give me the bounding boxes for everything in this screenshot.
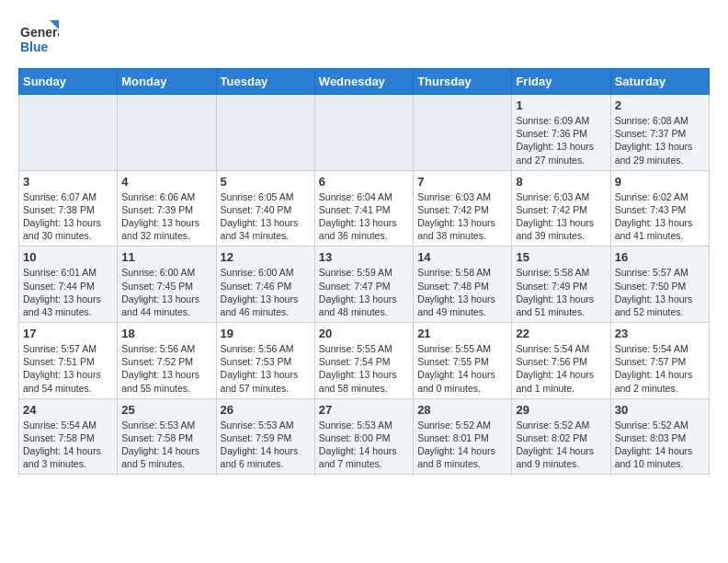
day-number: 12 (221, 250, 311, 264)
day-info: Sunrise: 5:55 AM Sunset: 7:54 PM Dayligh… (319, 342, 409, 395)
day-number: 4 (121, 175, 211, 189)
day-number: 17 (23, 327, 113, 340)
day-info: Sunrise: 6:07 AM Sunset: 7:38 PM Dayligh… (23, 190, 113, 243)
day-info: Sunrise: 6:02 AM Sunset: 7:43 PM Dayligh… (615, 190, 705, 243)
day-number: 10 (23, 250, 113, 264)
day-number: 23 (615, 327, 705, 340)
svg-text:General: General (20, 25, 59, 40)
calendar-cell: 25Sunrise: 5:53 AM Sunset: 7:58 PM Dayli… (118, 398, 216, 475)
calendar-cell (19, 95, 118, 171)
week-row-4: 17Sunrise: 5:57 AM Sunset: 7:51 PM Dayli… (19, 323, 710, 399)
day-info: Sunrise: 6:05 AM Sunset: 7:40 PM Dayligh… (221, 190, 311, 243)
day-info: Sunrise: 5:52 AM Sunset: 8:03 PM Dayligh… (615, 419, 705, 471)
day-header-thursday: Thursday (414, 69, 512, 95)
day-info: Sunrise: 6:00 AM Sunset: 7:45 PM Dayligh… (121, 266, 211, 318)
calendar-cell (414, 95, 512, 171)
day-number: 2 (615, 98, 705, 112)
day-info: Sunrise: 6:03 AM Sunset: 7:42 PM Dayligh… (417, 190, 507, 243)
calendar-cell: 15Sunrise: 5:58 AM Sunset: 7:49 PM Dayli… (512, 247, 610, 323)
calendar-cell: 28Sunrise: 5:52 AM Sunset: 8:01 PM Dayli… (414, 398, 512, 475)
page-header: General Blue (18, 18, 710, 59)
day-number: 1 (516, 98, 606, 112)
day-number: 26 (221, 403, 311, 417)
day-info: Sunrise: 6:01 AM Sunset: 7:44 PM Dayligh… (23, 266, 113, 318)
logo: General Blue (18, 18, 59, 59)
day-header-wednesday: Wednesday (314, 69, 413, 95)
day-number: 19 (221, 327, 311, 340)
day-info: Sunrise: 5:54 AM Sunset: 7:57 PM Dayligh… (615, 342, 705, 395)
calendar-cell: 1Sunrise: 6:09 AM Sunset: 7:36 PM Daylig… (512, 95, 610, 171)
day-header-saturday: Saturday (610, 69, 709, 95)
day-info: Sunrise: 6:08 AM Sunset: 7:37 PM Dayligh… (615, 114, 705, 167)
day-info: Sunrise: 6:00 AM Sunset: 7:46 PM Dayligh… (221, 266, 311, 318)
day-info: Sunrise: 6:03 AM Sunset: 7:42 PM Dayligh… (516, 190, 606, 243)
calendar-cell: 11Sunrise: 6:00 AM Sunset: 7:45 PM Dayli… (118, 247, 216, 323)
week-row-5: 24Sunrise: 5:54 AM Sunset: 7:58 PM Dayli… (19, 398, 710, 475)
week-row-3: 10Sunrise: 6:01 AM Sunset: 7:44 PM Dayli… (19, 247, 710, 323)
day-number: 8 (516, 175, 606, 189)
calendar-cell: 18Sunrise: 5:56 AM Sunset: 7:52 PM Dayli… (118, 323, 216, 399)
day-header-sunday: Sunday (19, 69, 118, 95)
day-number: 7 (417, 175, 507, 189)
day-number: 25 (121, 403, 211, 417)
day-number: 5 (221, 175, 311, 189)
day-number: 22 (516, 327, 606, 340)
calendar-cell: 21Sunrise: 5:55 AM Sunset: 7:55 PM Dayli… (414, 323, 512, 399)
day-number: 3 (23, 175, 113, 189)
day-number: 11 (121, 250, 211, 264)
day-number: 27 (319, 403, 409, 417)
day-header-friday: Friday (512, 69, 610, 95)
calendar-cell: 12Sunrise: 6:00 AM Sunset: 7:46 PM Dayli… (216, 247, 314, 323)
day-number: 28 (417, 403, 507, 417)
calendar-cell: 2Sunrise: 6:08 AM Sunset: 7:37 PM Daylig… (610, 95, 709, 171)
day-info: Sunrise: 5:53 AM Sunset: 8:00 PM Dayligh… (319, 419, 409, 471)
calendar-cell: 13Sunrise: 5:59 AM Sunset: 7:47 PM Dayli… (314, 247, 413, 323)
day-number: 13 (319, 250, 409, 264)
day-info: Sunrise: 5:57 AM Sunset: 7:51 PM Dayligh… (23, 342, 113, 395)
calendar-cell: 3Sunrise: 6:07 AM Sunset: 7:38 PM Daylig… (19, 170, 118, 247)
calendar-cell: 20Sunrise: 5:55 AM Sunset: 7:54 PM Dayli… (314, 323, 413, 399)
calendar-cell: 5Sunrise: 6:05 AM Sunset: 7:40 PM Daylig… (216, 170, 314, 247)
day-info: Sunrise: 6:09 AM Sunset: 7:36 PM Dayligh… (516, 114, 606, 167)
svg-text:Blue: Blue (20, 40, 49, 54)
day-info: Sunrise: 5:58 AM Sunset: 7:49 PM Dayligh… (516, 266, 606, 318)
day-info: Sunrise: 5:53 AM Sunset: 7:58 PM Dayligh… (121, 419, 211, 471)
day-number: 16 (615, 250, 705, 264)
day-info: Sunrise: 5:59 AM Sunset: 7:47 PM Dayligh… (319, 266, 409, 318)
day-info: Sunrise: 5:53 AM Sunset: 7:59 PM Dayligh… (221, 419, 311, 471)
calendar-table: SundayMondayTuesdayWednesdayThursdayFrid… (18, 68, 710, 475)
calendar-cell: 7Sunrise: 6:03 AM Sunset: 7:42 PM Daylig… (414, 170, 512, 247)
day-number: 15 (516, 250, 606, 264)
calendar-cell: 8Sunrise: 6:03 AM Sunset: 7:42 PM Daylig… (512, 170, 610, 247)
logo-svg: General Blue (18, 18, 59, 59)
day-number: 14 (417, 250, 507, 264)
day-number: 24 (23, 403, 113, 417)
day-number: 18 (121, 327, 211, 340)
day-number: 6 (319, 175, 409, 189)
calendar-cell: 6Sunrise: 6:04 AM Sunset: 7:41 PM Daylig… (314, 170, 413, 247)
week-row-2: 3Sunrise: 6:07 AM Sunset: 7:38 PM Daylig… (19, 170, 710, 247)
day-info: Sunrise: 5:55 AM Sunset: 7:55 PM Dayligh… (417, 342, 507, 395)
day-info: Sunrise: 5:57 AM Sunset: 7:50 PM Dayligh… (615, 266, 705, 318)
calendar-cell: 14Sunrise: 5:58 AM Sunset: 7:48 PM Dayli… (414, 247, 512, 323)
calendar-cell: 27Sunrise: 5:53 AM Sunset: 8:00 PM Dayli… (314, 398, 413, 475)
calendar-cell: 17Sunrise: 5:57 AM Sunset: 7:51 PM Dayli… (19, 323, 118, 399)
calendar-cell (314, 95, 413, 171)
calendar-cell: 4Sunrise: 6:06 AM Sunset: 7:39 PM Daylig… (118, 170, 216, 247)
calendar-cell: 16Sunrise: 5:57 AM Sunset: 7:50 PM Dayli… (610, 247, 709, 323)
day-header-tuesday: Tuesday (216, 69, 314, 95)
calendar-cell: 30Sunrise: 5:52 AM Sunset: 8:03 PM Dayli… (610, 398, 709, 475)
day-info: Sunrise: 5:52 AM Sunset: 8:02 PM Dayligh… (516, 419, 606, 471)
calendar-cell (118, 95, 216, 171)
calendar-cell: 9Sunrise: 6:02 AM Sunset: 7:43 PM Daylig… (610, 170, 709, 247)
calendar-cell (216, 95, 314, 171)
calendar-cell: 29Sunrise: 5:52 AM Sunset: 8:02 PM Dayli… (512, 398, 610, 475)
calendar-cell: 19Sunrise: 5:56 AM Sunset: 7:53 PM Dayli… (216, 323, 314, 399)
day-info: Sunrise: 5:52 AM Sunset: 8:01 PM Dayligh… (417, 419, 507, 471)
calendar-cell: 23Sunrise: 5:54 AM Sunset: 7:57 PM Dayli… (610, 323, 709, 399)
day-info: Sunrise: 5:58 AM Sunset: 7:48 PM Dayligh… (417, 266, 507, 318)
day-header-monday: Monday (118, 69, 216, 95)
calendar-cell: 22Sunrise: 5:54 AM Sunset: 7:56 PM Dayli… (512, 323, 610, 399)
days-header-row: SundayMondayTuesdayWednesdayThursdayFrid… (19, 69, 710, 95)
week-row-1: 1Sunrise: 6:09 AM Sunset: 7:36 PM Daylig… (19, 95, 710, 171)
